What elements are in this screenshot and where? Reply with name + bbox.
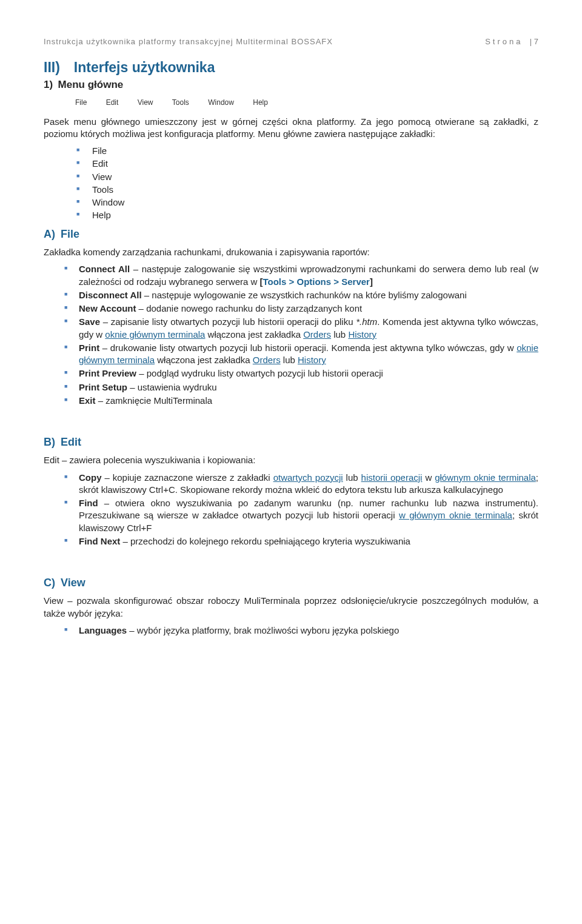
doc-title: Instrukcja użytkownika platformy transak… bbox=[44, 36, 333, 47]
link-history[interactable]: History bbox=[298, 355, 326, 365]
menubar-window: Window bbox=[199, 98, 242, 107]
menubar-view: View bbox=[129, 98, 162, 107]
link-history[interactable]: History bbox=[348, 329, 376, 340]
heading-b-edit: B) Edit bbox=[44, 435, 538, 449]
list-item: Connect All – następuje zalogowanie się … bbox=[79, 263, 538, 288]
edit-commands-list: Copy – kopiuje zaznaczone wiersze z zakł… bbox=[44, 472, 538, 548]
link-in-main-terminal-window[interactable]: w głównym oknie terminala bbox=[399, 510, 512, 520]
list-item: Print Preview – podgląd wydruku listy ot… bbox=[79, 367, 538, 380]
link-operation-history[interactable]: historii operacji bbox=[361, 472, 423, 483]
list-item: Help bbox=[92, 209, 538, 221]
list-item: Window bbox=[92, 196, 538, 209]
list-item: Disconnect All – następuje wylogowanie z… bbox=[79, 289, 538, 301]
page-header: Instrukcja użytkownika platformy transak… bbox=[44, 36, 538, 47]
heading-a-file: A) File bbox=[44, 227, 538, 241]
link-orders[interactable]: Orders bbox=[303, 329, 331, 340]
list-item: Edit bbox=[92, 158, 538, 170]
list-item: Copy – kopiuje zaznaczone wiersze z zakł… bbox=[79, 472, 538, 497]
heading-c-view: C) View bbox=[44, 575, 538, 590]
list-item: Print Setup – ustawienia wydruku bbox=[79, 381, 538, 393]
list-item: Find – otwiera okno wyszukiwania po zada… bbox=[79, 497, 538, 534]
menubar-help: Help bbox=[244, 98, 276, 107]
page-number: Strona | 7 bbox=[485, 36, 538, 47]
list-item: Exit – zamknięcie MultiTerminala bbox=[79, 395, 538, 407]
list-item: Languages – wybór języka platformy, brak… bbox=[79, 624, 538, 637]
list-item: View bbox=[92, 171, 538, 183]
heading-iii: III) Interfejs użytkownika bbox=[44, 58, 538, 77]
list-item: Tools bbox=[92, 184, 538, 196]
heading-1: 1) Menu główne bbox=[44, 78, 538, 92]
list-item: Find Next – przechodzi do kolejnego reko… bbox=[79, 535, 538, 547]
link-open-positions[interactable]: otwartych pozycji bbox=[273, 472, 343, 483]
link-main-window[interactable]: oknie głównym terminala bbox=[105, 329, 205, 340]
view-commands-list: Languages – wybór języka platformy, brak… bbox=[44, 624, 538, 637]
paragraph-edit: Edit – zawiera polecenia wyszukiwania i … bbox=[44, 454, 538, 466]
file-commands-list: Connect All – następuje zalogowanie się … bbox=[44, 263, 538, 407]
menubar-file: File bbox=[67, 98, 95, 107]
menubar-edit: Edit bbox=[98, 98, 127, 107]
paragraph-view: View – pozwala skonfigurować obszar robo… bbox=[44, 595, 538, 620]
paragraph-intro: Pasek menu głównego umieszczony jest w g… bbox=[44, 116, 538, 141]
link-main-terminal-window[interactable]: głównym oknie terminala bbox=[435, 472, 536, 483]
list-item: Print – drukowanie listy otwartych pozyc… bbox=[79, 342, 538, 367]
list-item: Save – zapisanie listy otwartych pozycji… bbox=[79, 316, 538, 341]
list-item: New Account – dodanie nowego rachunku do… bbox=[79, 303, 538, 315]
menu-items-list: File Edit View Tools Window Help bbox=[44, 145, 538, 222]
link-orders[interactable]: Orders bbox=[253, 355, 281, 365]
list-item: File bbox=[92, 145, 538, 157]
menubar-illustration: File Edit View Tools Window Help bbox=[67, 98, 276, 107]
paragraph-file: Zakładka komendy zarządzania rachunkami,… bbox=[44, 246, 538, 258]
menubar-tools: Tools bbox=[164, 98, 198, 107]
